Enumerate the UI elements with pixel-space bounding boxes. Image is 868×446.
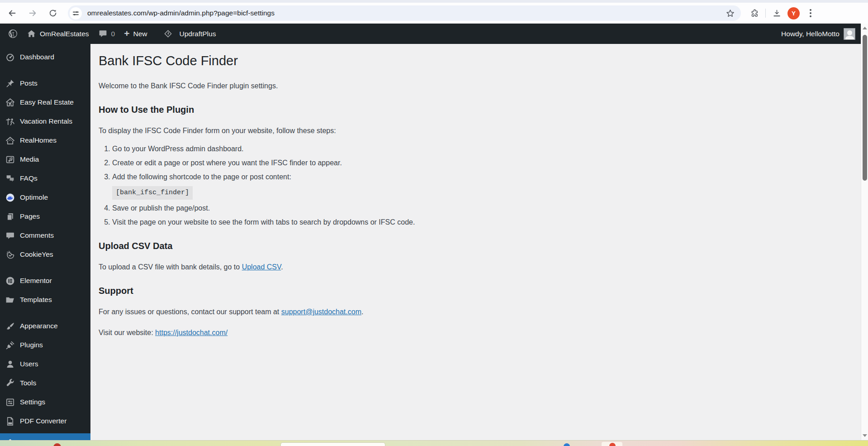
dashboard-icon	[5, 53, 15, 62]
pushpin-icon	[5, 79, 15, 88]
website-text: Visit our website: https://justdochat.co…	[99, 327, 843, 338]
site-info-icon[interactable]	[70, 7, 82, 19]
intro-text: Welcome to the Bank IFSC Code Finder plu…	[99, 81, 843, 91]
scroll-down-arrow[interactable]	[861, 432, 868, 439]
profile-avatar[interactable]: Y	[787, 7, 800, 19]
house-check-icon	[5, 98, 15, 107]
browser-chrome: omrealestates.com/wp-admin/admin.php?pag…	[0, 0, 868, 24]
sidebar-item-tools[interactable]: Tools	[0, 374, 90, 393]
plus-icon: +	[124, 29, 129, 38]
comment-bubble-icon	[5, 231, 15, 240]
browser-toolbar: omrealestates.com/wp-admin/admin.php?pag…	[0, 3, 868, 24]
bookmark-star-icon[interactable]	[725, 8, 735, 19]
paintbrush-icon	[5, 321, 15, 331]
website-link[interactable]: https://justdochat.com/	[155, 329, 228, 336]
sidebar-item-cookieyes[interactable]: CookieYes	[0, 245, 90, 264]
address-bar[interactable]: omrealestates.com/wp-admin/admin.php?pag…	[68, 5, 741, 21]
plugin-settings-page: Bank IFSC Code Finder Welcome to the Ban…	[90, 44, 861, 440]
download-icon[interactable]	[771, 8, 782, 19]
cookie-check-icon	[5, 250, 15, 259]
upload-csv-heading: Upload CSV Data	[99, 240, 843, 252]
user-avatar	[844, 28, 855, 40]
support-email-link[interactable]: support@justdochat.com	[281, 308, 361, 316]
scrollbar-thumb[interactable]	[863, 35, 867, 181]
updraft-diamond-icon	[163, 29, 173, 38]
wordpress-logo-icon[interactable]	[4, 29, 22, 38]
media-note-icon	[5, 155, 15, 164]
house-icon	[5, 136, 15, 145]
new-label: New	[133, 30, 147, 38]
pdf-document-icon	[5, 417, 15, 426]
taskbar-search-box[interactable]	[280, 442, 385, 446]
home-icon	[27, 29, 36, 38]
sidebar-item-posts[interactable]: Posts	[0, 74, 90, 93]
sidebar-item-appearance[interactable]: Appearance	[0, 317, 90, 336]
how-to-steps: Go to your WordPress admin dashboard. Cr…	[106, 144, 843, 228]
url-text[interactable]: omrealestates.com/wp-admin/admin.php?pag…	[87, 9, 725, 17]
upload-csv-text: To upload a CSV file with bank details, …	[99, 262, 843, 273]
support-heading: Support	[99, 285, 843, 297]
sidebar-item-settings[interactable]: Settings	[0, 393, 90, 412]
wp-sidebar-menu: Dashboard Posts Easy Real Estate Vacatio…	[0, 44, 90, 440]
toolbar-divider	[765, 9, 766, 18]
step-4: Save or publish the page/post.	[112, 203, 843, 214]
step-2: Create or edit a page or post where you …	[112, 158, 843, 168]
folder-icon	[5, 295, 15, 305]
sidebar-item-elementor[interactable]: Elementor	[0, 271, 90, 290]
back-icon[interactable]	[5, 5, 20, 21]
step-5: Visit the page on your website to see th…	[112, 217, 843, 228]
user-icon	[5, 360, 15, 369]
site-link[interactable]: OmRealEstates	[22, 29, 94, 38]
menu-dots-icon[interactable]	[806, 9, 815, 17]
support-text: For any issues or questions, contact our…	[99, 307, 843, 317]
howdy-text: Howdy, HelloMotto	[781, 30, 840, 38]
updraft-label: UpdraftPlus	[179, 30, 216, 38]
wrench-icon	[5, 379, 15, 388]
extensions-icon[interactable]	[749, 8, 760, 19]
optimole-logo-icon	[5, 193, 15, 202]
chat-bubbles-icon	[5, 174, 15, 183]
sidebar-item-comments[interactable]: Comments	[0, 226, 90, 245]
upload-csv-link[interactable]: Upload CSV	[242, 263, 281, 271]
sidebar-item-templates[interactable]: Templates	[0, 290, 90, 309]
sidebar-item-users[interactable]: Users	[0, 355, 90, 374]
admin-bar-comments[interactable]: 0	[94, 29, 120, 38]
sidebar-item-dashboard[interactable]: Dashboard	[0, 48, 90, 67]
forward-icon[interactable]	[25, 5, 40, 21]
sidebar-item-pages[interactable]: Pages	[0, 207, 90, 226]
elementor-e-icon	[5, 276, 15, 286]
wp-admin-bar: OmRealEstates 0 + New UpdraftPlus Howdy,…	[0, 24, 861, 44]
reload-icon[interactable]	[45, 5, 61, 21]
sidebar-item-pdf-converter[interactable]: PDF Converter	[0, 412, 90, 431]
comments-bubble-icon	[98, 29, 108, 38]
sidebar-item-vacation-rentals[interactable]: Vacation Rentals	[0, 112, 90, 131]
sidebar-item-faqs[interactable]: FAQs	[0, 169, 90, 188]
taskbar-sliver	[0, 440, 868, 446]
sidebar-item-media[interactable]: Media	[0, 150, 90, 169]
sidebar-item-optimole[interactable]: Optimole	[0, 188, 90, 207]
shortcode-snippet: [bank_ifsc_finder]	[112, 186, 193, 200]
sliders-icon	[5, 398, 15, 407]
taskbar-app-icon-red[interactable]	[53, 443, 61, 446]
sidebar-item-realhomes[interactable]: RealHomes	[0, 131, 90, 150]
admin-bar-new[interactable]: + New	[119, 29, 152, 38]
sidebar-item-ifsc-finder[interactable]: IFSC Finder	[0, 433, 90, 440]
taskbar-app-icon-blue[interactable]	[564, 443, 570, 446]
scroll-up-arrow[interactable]	[861, 24, 868, 32]
how-to-lead: To display the IFSC Code Finder form on …	[99, 125, 843, 136]
admin-bar-updraftplus[interactable]: UpdraftPlus	[159, 29, 220, 38]
page-title: Bank IFSC Code Finder	[99, 53, 843, 69]
how-to-heading: How to Use the Plugin	[99, 104, 843, 115]
plug-icon	[5, 340, 15, 350]
taskbar-app-icon-orange[interactable]	[609, 443, 616, 446]
pages-icon	[5, 212, 15, 221]
site-name: OmRealEstates	[40, 30, 89, 38]
admin-bar-left: OmRealEstates 0 + New UpdraftPlus	[0, 29, 220, 38]
step-1: Go to your WordPress admin dashboard.	[112, 144, 843, 154]
page-scrollbar[interactable]	[861, 24, 868, 440]
palm-person-icon	[5, 117, 15, 126]
admin-bar-account[interactable]: Howdy, HelloMotto	[781, 28, 861, 40]
step-3: Add the following shortcode to the page …	[112, 172, 843, 200]
sidebar-item-plugins[interactable]: Plugins	[0, 336, 90, 355]
sidebar-item-easy-real-estate[interactable]: Easy Real Estate	[0, 93, 90, 112]
